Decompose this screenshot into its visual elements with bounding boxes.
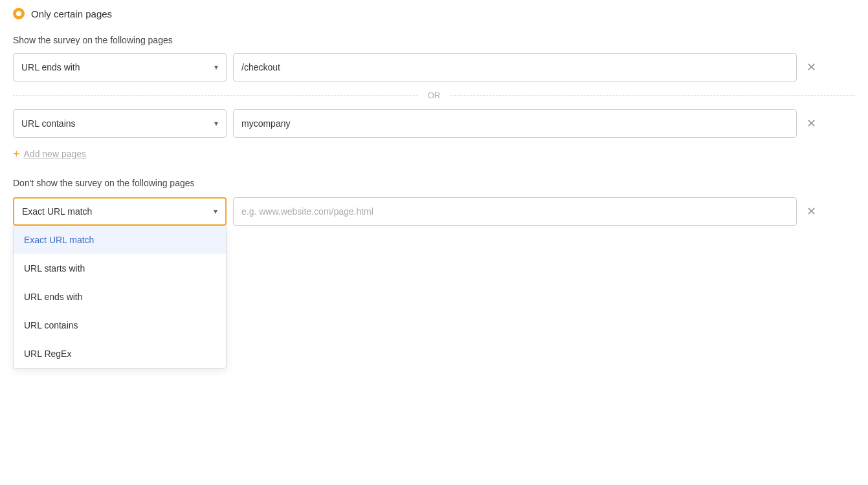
dont-show-heading: Don't show the survey on the following p… xyxy=(13,178,855,188)
dropdown-menu: Exact URL match URL starts with URL ends… xyxy=(13,226,227,369)
show-section: Show the survey on the following pages U… xyxy=(13,32,855,160)
dropdown-option-url-contains[interactable]: URL contains xyxy=(14,311,226,339)
only-certain-pages-row: Only certain pages xyxy=(13,8,855,19)
dont-show-condition-row-1: Exact URL match ▾ Exact URL match URL st… xyxy=(13,197,855,226)
dont-show-input-1[interactable] xyxy=(233,197,797,226)
dropdown-option-url-starts-with[interactable]: URL starts with xyxy=(14,254,226,283)
close-icon-show-1: ✕ xyxy=(807,60,816,74)
chevron-down-icon-show-1: ▾ xyxy=(214,63,218,72)
dont-show-condition-wrapper: Exact URL match ▾ Exact URL match URL st… xyxy=(13,197,855,226)
close-button-dont-1[interactable]: ✕ xyxy=(803,204,819,219)
dont-show-dropdown-wrapper: Exact URL match ▾ Exact URL match URL st… xyxy=(13,197,227,226)
dont-show-section: Don't show the survey on the following p… xyxy=(13,175,855,226)
show-dropdown-1[interactable]: URL ends with ▾ xyxy=(13,53,227,81)
show-dropdown-2[interactable]: URL contains ▾ xyxy=(13,109,227,138)
close-icon-show-2: ✕ xyxy=(807,116,816,131)
close-icon-dont-1: ✕ xyxy=(807,204,816,219)
or-label: OR xyxy=(417,91,451,100)
close-button-show-1[interactable]: ✕ xyxy=(803,59,819,75)
dropdown-option-exact-url-match[interactable]: Exact URL match xyxy=(14,226,226,254)
radio-only-certain-pages[interactable] xyxy=(13,8,25,19)
show-input-1[interactable] xyxy=(233,53,797,81)
dropdown-option-url-ends-with[interactable]: URL ends with xyxy=(14,283,226,311)
dropdown-option-url-regex[interactable]: URL RegEx xyxy=(14,339,226,368)
show-dropdown-1-text: URL ends with xyxy=(21,62,80,72)
show-condition-row-2: URL contains ▾ ✕ xyxy=(13,109,855,138)
radio-dot-inner xyxy=(16,11,21,16)
or-divider: OR xyxy=(13,91,855,100)
add-pages-link[interactable]: Add new pages xyxy=(24,149,87,159)
only-certain-pages-label: Only certain pages xyxy=(31,8,112,19)
page-container: Only certain pages Show the survey on th… xyxy=(0,0,868,239)
show-input-2[interactable] xyxy=(233,109,797,138)
chevron-down-icon-dont-1: ▾ xyxy=(214,207,217,216)
close-button-show-2[interactable]: ✕ xyxy=(803,116,819,131)
show-dropdown-2-text: URL contains xyxy=(21,118,76,129)
add-pages-row[interactable]: + Add new pages xyxy=(13,148,855,160)
plus-icon: + xyxy=(13,148,20,160)
dont-show-dropdown-1-text: Exact URL match xyxy=(22,206,92,217)
show-condition-row-1: URL ends with ▾ ✕ xyxy=(13,53,855,81)
chevron-down-icon-show-2: ▾ xyxy=(214,119,218,128)
show-section-heading: Show the survey on the following pages xyxy=(13,35,855,45)
dont-show-dropdown-1[interactable]: Exact URL match ▾ xyxy=(13,197,227,226)
